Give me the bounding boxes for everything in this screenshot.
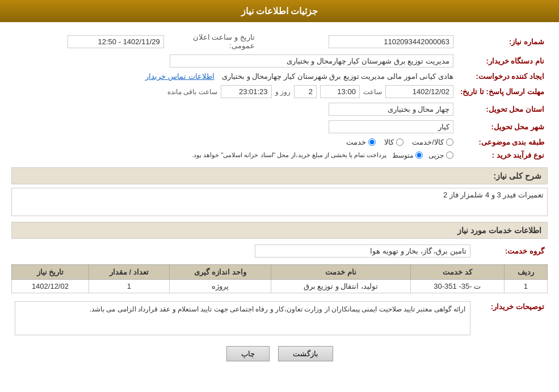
- col-quantity: تعداد / مقدار: [89, 265, 169, 280]
- table-cell-quantity: 1: [89, 280, 169, 293]
- province-value: چهار محال و بختیاری: [11, 100, 457, 118]
- province-box: چهار محال و بختیاری: [329, 103, 453, 116]
- process-partial-label: جزیی: [428, 151, 444, 159]
- table-cell-date: 1402/12/02: [12, 280, 89, 293]
- process-value: جزیی متوسط پرداخت تمام یا بخشی از مبلغ خ…: [11, 149, 457, 162]
- reply-deadline-row: 1402/12/02 ساعت 13:00 2 روز و 23:01:23 س…: [15, 85, 453, 98]
- need-description-area: تعمیرات فیدر 3 و 4 شلمزار فاز 2: [11, 188, 548, 216]
- info-row-creator: ایجاد کننده درخواست: هادی کیانی امور مال…: [11, 70, 548, 83]
- service-group-box: تامین برق، گاز، بخار و تهویه هوا: [255, 245, 470, 258]
- buyer-org-value: مدیریت توزیع برق شهرستان کیار چهارمحال و…: [11, 52, 457, 70]
- creator-value: هادی کیانی امور مالی مدیریت توزیع برق شه…: [11, 70, 457, 83]
- reply-date-box: 1402/12/02: [385, 85, 453, 98]
- category-goods-label: کالا: [384, 138, 394, 146]
- need-description-header: شرح کلی نیاز:: [11, 167, 548, 184]
- info-row-need-number: شماره نیاز: 1102093442000063 تاریخ و ساع…: [11, 31, 548, 52]
- table-row: 1ت -35- 351-30تولید، انتقال و توزیع برقپ…: [12, 280, 548, 293]
- info-row-buyer-org: نام دستگاه خریدار: مدیریت توزیع برق شهرس…: [11, 52, 548, 70]
- creator-text: هادی کیانی امور مالی مدیریت توزیع برق شه…: [222, 72, 453, 81]
- announcement-time-label: تاریخ و ساعت اعلان عمومی:: [167, 31, 258, 52]
- services-table-body: 1ت -35- 351-30تولید، انتقال و توزیع برقپ…: [12, 280, 548, 293]
- category-goods: کالا: [384, 138, 404, 146]
- buyer-desc-label: توصیحات خریدار:: [474, 299, 548, 338]
- remaining-label: ساعت باقی مانده: [167, 88, 217, 96]
- services-table-header-row: ردیف کد خدمت نام خدمت واحد اندازه گیری ت…: [12, 265, 548, 280]
- process-type-row: جزیی متوسط پرداخت تمام یا بخشی از مبلغ خ…: [15, 151, 453, 159]
- time-label: ساعت: [363, 88, 382, 96]
- buyer-org-label: نام دستگاه خریدار:: [457, 52, 548, 70]
- city-value: کیار: [11, 118, 457, 136]
- table-cell-row: 1: [504, 280, 547, 293]
- service-group-table: گروه خدمت: تامین برق، گاز، بخار و تهویه …: [11, 242, 548, 260]
- category-value: کالا/خدمت کالا خدمت: [11, 136, 457, 149]
- service-group-row: گروه خدمت: تامین برق، گاز، بخار و تهویه …: [11, 242, 548, 260]
- service-group-value: تامین برق، گاز، بخار و تهویه هوا: [11, 242, 474, 260]
- services-section-header: اطلاعات خدمات مورد نیاز: [11, 222, 548, 239]
- content-area: شماره نیاز: 1102093442000063 تاریخ و ساع…: [0, 22, 559, 378]
- category-service: خدمت: [346, 138, 376, 146]
- process-label: نوع فرآیند خرید :: [457, 149, 548, 162]
- category-label: طبقه بندی موضوعی:: [457, 136, 548, 149]
- buyer-desc-value: ارائه گواهی معتبر تایید صلاحیت ایمنی پیم…: [11, 299, 474, 338]
- services-table-head: ردیف کد خدمت نام خدمت واحد اندازه گیری ت…: [12, 265, 548, 280]
- need-number-label: شماره نیاز:: [457, 31, 548, 52]
- need-number-value: 1102093442000063: [258, 31, 457, 52]
- header-title: جزئیات اطلاعات نیاز: [241, 6, 318, 16]
- info-row-province: استان محل تحویل: چهار محال و بختیاری: [11, 100, 548, 118]
- table-cell-code: ت -35- 351-30: [410, 280, 504, 293]
- reply-remaining-box: 23:01:23: [221, 85, 272, 98]
- col-date: تاریخ نیاز: [12, 265, 89, 280]
- buyer-desc-table: توصیحات خریدار: ارائه گواهی معتبر تایید …: [11, 299, 548, 338]
- process-partial: جزیی: [428, 151, 453, 159]
- days-label: روز و: [275, 88, 291, 96]
- process-medium-radio[interactable]: [415, 151, 423, 159]
- page-wrapper: جزئیات اطلاعات نیاز شماره نیاز: 11020934…: [0, 0, 559, 392]
- category-service-label: خدمت: [346, 138, 366, 146]
- reply-deadline-value: 1402/12/02 ساعت 13:00 2 روز و 23:01:23 س…: [11, 83, 457, 100]
- contact-link[interactable]: اطلاعات تماس خریدار: [145, 72, 214, 81]
- category-goods-service: کالا/خدمت: [412, 138, 453, 146]
- info-row-category: طبقه بندی موضوعی: کالا/خدمت کالا: [11, 136, 548, 149]
- process-medium-label: متوسط: [392, 151, 413, 159]
- info-row-process: نوع فرآیند خرید : جزیی متوسط پرداخت تمام…: [11, 149, 548, 162]
- need-description-label: شرح کلی نیاز:: [494, 171, 541, 180]
- buttons-row: بازگشت چاپ: [11, 346, 548, 361]
- col-row-number: ردیف: [504, 265, 547, 280]
- need-number-box: 1102093442000063: [329, 35, 453, 48]
- col-service-name: نام خدمت: [271, 265, 410, 280]
- announcement-time-box: 1402/11/29 - 12:50: [68, 35, 164, 48]
- table-cell-unit: پروژه: [169, 280, 271, 293]
- process-partial-radio[interactable]: [446, 151, 453, 159]
- back-button[interactable]: بازگشت: [278, 346, 333, 361]
- province-label: استان محل تحویل:: [457, 100, 548, 118]
- creator-label: ایجاد کننده درخواست:: [457, 70, 548, 83]
- process-desc: پرداخت تمام یا بخشی از مبلغ خرید،از محل …: [192, 151, 386, 159]
- category-goods-service-radio[interactable]: [446, 138, 453, 146]
- category-service-radio[interactable]: [368, 138, 376, 146]
- process-medium: متوسط: [392, 151, 423, 159]
- service-group-label: گروه خدمت:: [474, 242, 548, 260]
- services-table: ردیف کد خدمت نام خدمت واحد اندازه گیری ت…: [11, 264, 548, 293]
- col-service-code: کد خدمت: [410, 265, 504, 280]
- buyer-desc-text: ارائه گواهی معتبر تایید صلاحیت ایمنی پیم…: [90, 305, 465, 313]
- info-row-reply-deadline: مهلت ارسال پاسخ: تا تاریخ: 1402/12/02 سا…: [11, 83, 548, 100]
- col-unit: واحد اندازه گیری: [169, 265, 271, 280]
- city-box: کیار: [329, 120, 453, 133]
- info-table: شماره نیاز: 1102093442000063 تاریخ و ساع…: [11, 31, 548, 162]
- reply-deadline-label: مهلت ارسال پاسخ: تا تاریخ:: [457, 83, 548, 100]
- table-cell-name: تولید، انتقال و توزیع برق: [271, 280, 410, 293]
- city-label: شهر محل تحویل:: [457, 118, 548, 136]
- page-header: جزئیات اطلاعات نیاز: [0, 0, 559, 22]
- info-row-city: شهر محل تحویل: کیار: [11, 118, 548, 136]
- print-button[interactable]: چاپ: [226, 346, 270, 361]
- buyer-desc-row: توصیحات خریدار: ارائه گواهی معتبر تایید …: [11, 299, 548, 338]
- category-radio-group: کالا/خدمت کالا خدمت: [15, 138, 453, 146]
- category-goods-service-label: کالا/خدمت: [412, 138, 444, 146]
- buyer-org-box: مدیریت توزیع برق شهرستان کیار چهارمحال و…: [170, 54, 453, 68]
- category-goods-radio[interactable]: [396, 138, 404, 146]
- reply-days-box: 2: [294, 85, 317, 98]
- services-section-label: اطلاعات خدمات مورد نیاز: [457, 226, 541, 235]
- need-description-text: تعمیرات فیدر 3 و 4 شلمزار فاز 2: [443, 191, 544, 199]
- reply-time-box: 13:00: [320, 85, 360, 98]
- announcement-time-value: 1402/11/29 - 12:50: [11, 31, 167, 52]
